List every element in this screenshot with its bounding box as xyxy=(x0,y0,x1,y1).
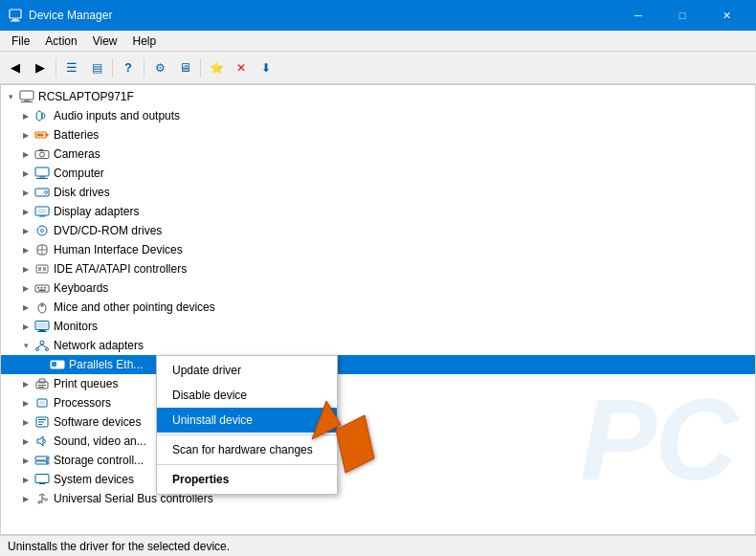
batteries-label: Batteries xyxy=(54,128,99,142)
ctx-disable-device-label: Disable device xyxy=(172,389,247,402)
cameras-icon xyxy=(33,146,51,162)
svg-rect-5 xyxy=(21,101,33,102)
tree-item-parallels[interactable]: Parallels Eth... xyxy=(1,355,755,374)
svg-point-43 xyxy=(36,348,39,351)
device-tree[interactable]: ▾ RCSLAPTOP971F ▶ Audio inputs and o xyxy=(1,85,755,534)
display-button[interactable]: 🖥 xyxy=(173,56,196,79)
ctx-separator-2 xyxy=(157,464,337,465)
ctx-scan-hardware[interactable]: Scan for hardware changes xyxy=(157,437,337,462)
ctx-properties[interactable]: Properties xyxy=(157,467,337,492)
tree-root[interactable]: ▾ RCSLAPTOP971F xyxy=(1,87,755,106)
svg-rect-51 xyxy=(38,385,46,386)
properties-icon: ☰ xyxy=(66,60,78,75)
tree-item-mice[interactable]: ▶ Mice and other pointing devices xyxy=(1,298,755,317)
menu-action[interactable]: Action xyxy=(37,33,84,50)
add-icon: ⭐ xyxy=(210,61,224,75)
svg-rect-21 xyxy=(38,209,47,213)
keyboards-expand-icon: ▶ xyxy=(18,280,33,296)
svg-rect-29 xyxy=(43,267,46,271)
network-icon xyxy=(33,338,51,353)
displayadapters-label: Display adapters xyxy=(54,205,139,218)
tree-item-batteries[interactable]: ▶ Batteries xyxy=(1,125,755,145)
toolbar-separator-2 xyxy=(112,58,113,78)
tree-item-network[interactable]: ▾ Network adapters xyxy=(1,336,755,355)
svg-rect-13 xyxy=(39,149,43,151)
ctx-uninstall-device-label: Uninstall device xyxy=(172,413,253,427)
menu-file[interactable]: File xyxy=(4,33,37,50)
menu-help[interactable]: Help xyxy=(125,33,165,50)
close-button[interactable]: ✕ xyxy=(704,0,748,31)
systemdevices-expand-icon: ▶ xyxy=(18,472,33,487)
tree-item-softwaredevices[interactable]: ▶ Software devices xyxy=(1,412,755,432)
cameras-label: Cameras xyxy=(54,147,100,161)
tree-item-systemdevices[interactable]: ▶ System devices xyxy=(1,470,755,489)
download-icon: ⬇ xyxy=(261,61,271,75)
keyboards-label: Keyboards xyxy=(54,281,108,295)
cameras-expand-icon: ▶ xyxy=(18,146,33,162)
svg-rect-67 xyxy=(45,499,48,500)
diskdrives-expand-icon: ▶ xyxy=(18,185,33,200)
maximize-button[interactable]: □ xyxy=(660,0,704,31)
tree-item-hid[interactable]: ▶ Human Interface Devices xyxy=(1,240,755,259)
svg-rect-41 xyxy=(37,322,48,328)
tree-item-processors[interactable]: ▶ Processors xyxy=(1,393,755,412)
forward-button[interactable]: ▶ xyxy=(29,56,52,79)
tree-item-cameras[interactable]: ▶ Cameras xyxy=(1,145,755,164)
display-icon: 🖥 xyxy=(179,60,191,75)
tree-item-usb[interactable]: ▶ Universal Serial Bus controllers xyxy=(1,489,755,508)
svg-rect-57 xyxy=(38,422,44,423)
svg-rect-32 xyxy=(41,287,43,289)
svg-rect-33 xyxy=(44,287,46,289)
window-title: Device Manager xyxy=(29,9,616,22)
svg-rect-56 xyxy=(38,419,46,420)
svg-point-23 xyxy=(41,230,44,233)
sound-label: Sound, video an... xyxy=(54,434,146,448)
printqueues-expand-icon: ▶ xyxy=(18,376,33,391)
ctx-update-driver[interactable]: Update driver xyxy=(157,358,337,383)
softwaredevices-icon xyxy=(33,414,51,430)
dvd-icon xyxy=(33,223,51,238)
help-button[interactable]: ? xyxy=(117,56,140,79)
ctx-disable-device[interactable]: Disable device xyxy=(157,383,337,408)
dvd-label: DVD/CD-ROM drives xyxy=(54,224,162,237)
properties-button[interactable]: ☰ xyxy=(60,56,83,79)
tree-item-audio[interactable]: ▶ Audio inputs and outputs xyxy=(1,106,755,125)
add-button[interactable]: ⭐ xyxy=(205,56,228,79)
tree-item-dvd[interactable]: ▶ DVD/CD-ROM drives xyxy=(1,221,755,240)
root-expand-icon: ▾ xyxy=(3,89,18,104)
tree-item-keyboards[interactable]: ▶ Keyboards xyxy=(1,278,755,298)
hid-expand-icon: ▶ xyxy=(18,242,33,257)
ide-icon xyxy=(33,261,51,277)
displayadapters-icon xyxy=(33,204,51,219)
diskdrives-label: Disk drives xyxy=(54,186,110,199)
tree-item-printqueues[interactable]: ▶ Print queues xyxy=(1,374,755,393)
back-button[interactable]: ◀ xyxy=(4,56,27,79)
tree-item-storage[interactable]: ▶ Storage controll... xyxy=(1,451,755,470)
scan-button[interactable]: ⚙ xyxy=(148,56,171,79)
menu-view[interactable]: View xyxy=(85,33,125,50)
svg-rect-20 xyxy=(39,216,45,217)
svg-point-12 xyxy=(40,152,45,157)
tree-item-diskdrives[interactable]: ▶ Disk drives xyxy=(1,183,755,202)
tree-item-computer[interactable]: ▶ Computer xyxy=(1,164,755,183)
mice-label: Mice and other pointing devices xyxy=(54,300,215,314)
audio-expand-icon: ▶ xyxy=(18,108,33,123)
root-computer-icon xyxy=(18,89,35,104)
tree-item-ide[interactable]: ▶ IDE ATA/ATAPI controllers xyxy=(1,259,755,278)
svg-point-44 xyxy=(46,348,49,351)
ide-label: IDE ATA/ATAPI controllers xyxy=(54,262,187,276)
tree-item-displayadapters[interactable]: ▶ Display adapters xyxy=(1,202,755,221)
systemdevices-icon xyxy=(33,472,51,487)
update-driver-button[interactable]: ▤ xyxy=(85,56,108,79)
keyboards-icon xyxy=(33,280,51,296)
tree-item-sound[interactable]: ▶ Sound, video an... xyxy=(1,432,755,451)
download-button[interactable]: ⬇ xyxy=(255,56,278,79)
ctx-update-driver-label: Update driver xyxy=(172,364,241,377)
minimize-button[interactable]: ─ xyxy=(616,0,660,31)
tree-item-monitors[interactable]: ▶ Monitors xyxy=(1,317,755,336)
remove-button[interactable]: ✕ xyxy=(230,56,253,79)
diskdrives-icon xyxy=(33,185,51,200)
network-label: Network adapters xyxy=(54,339,144,352)
ctx-uninstall-device[interactable]: Uninstall device xyxy=(157,408,337,433)
svg-rect-39 xyxy=(39,330,45,331)
